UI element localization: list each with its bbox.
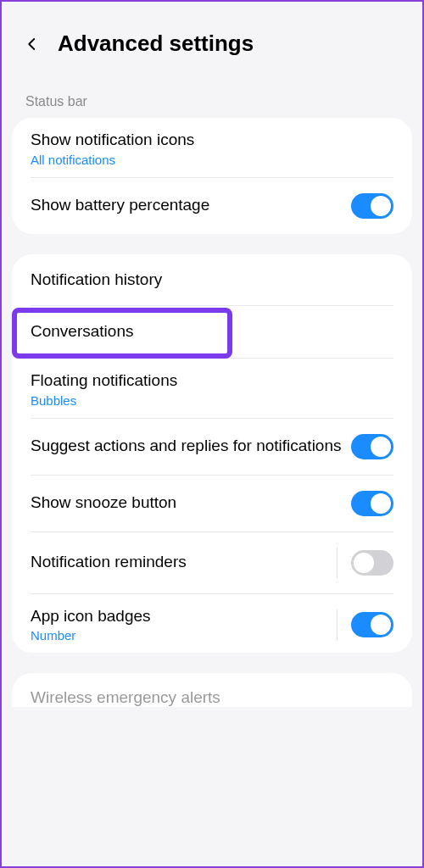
row-title: Show snooze button [31, 492, 351, 514]
toggle-notification-reminders[interactable] [351, 550, 393, 576]
section-label-status-bar: Status bar [7, 65, 417, 118]
row-title: Conversations [31, 321, 393, 342]
notifications-card: Notification history Conversations Float… [12, 254, 412, 654]
row-show-notification-icons[interactable]: Show notification icons All notification… [12, 118, 412, 177]
row-title: Notification reminders [31, 552, 337, 573]
page-title: Advanced settings [58, 31, 254, 57]
row-title: Show battery percentage [31, 195, 351, 216]
row-title: Wireless emergency alerts [31, 688, 393, 707]
row-title: Floating notifications [31, 370, 393, 392]
row-title: Suggest actions and replies for notifica… [31, 436, 351, 457]
row-subtitle: Bubbles [31, 393, 393, 408]
toggle-snooze[interactable] [351, 491, 393, 516]
row-floating-notifications[interactable]: Floating notifications Bubbles [12, 359, 412, 418]
toggle-app-icon-badges[interactable] [351, 612, 393, 637]
row-title: Notification history [31, 270, 393, 291]
row-conversations[interactable]: Conversations [12, 306, 412, 358]
vertical-divider [337, 609, 338, 640]
toggle-suggest-actions[interactable] [351, 434, 393, 459]
status-bar-card: Show notification icons All notification… [12, 118, 412, 234]
row-title: Show notification icons [31, 130, 393, 151]
row-show-snooze[interactable]: Show snooze button [12, 476, 412, 531]
row-subtitle: Number [31, 628, 337, 643]
row-suggest-actions[interactable]: Suggest actions and replies for notifica… [12, 419, 412, 475]
row-subtitle: All notifications [31, 153, 393, 167]
row-app-icon-badges[interactable]: App icon badges Number [12, 594, 412, 654]
row-notification-reminders[interactable]: Notification reminders [12, 532, 412, 593]
row-wireless-emergency[interactable]: Wireless emergency alerts [12, 673, 412, 707]
vertical-divider [337, 548, 338, 578]
row-show-battery-percentage[interactable]: Show battery percentage [12, 178, 412, 234]
header: Advanced settings [7, 7, 417, 65]
back-icon[interactable] [22, 34, 42, 54]
row-title: App icon badges [31, 606, 337, 627]
toggle-battery-percentage[interactable] [351, 193, 393, 219]
row-notification-history[interactable]: Notification history [12, 254, 412, 306]
